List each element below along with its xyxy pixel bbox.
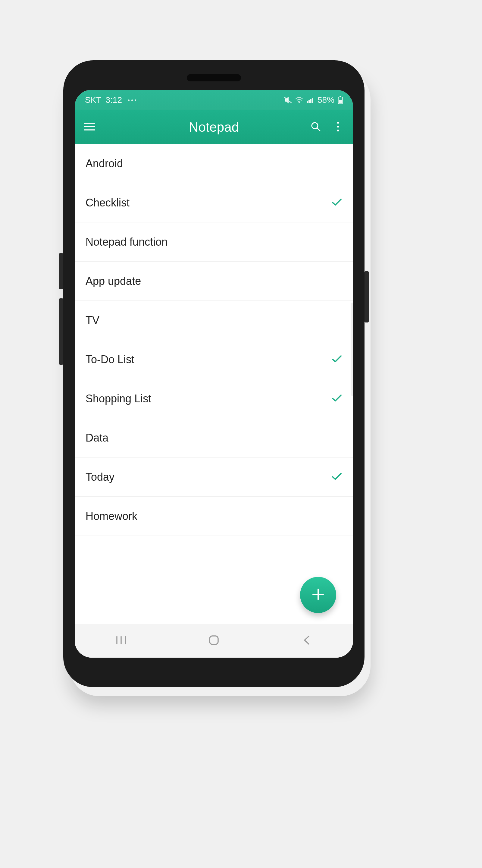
back-button[interactable] (298, 634, 316, 647)
note-title: Today (86, 471, 331, 484)
recents-button[interactable] (112, 634, 130, 647)
status-bar: SKT 3:12 58% (75, 90, 353, 110)
scroll-indicator[interactable] (351, 303, 353, 396)
note-row[interactable]: Android (75, 144, 353, 183)
note-row[interactable]: Data (75, 418, 353, 458)
battery-pct-label: 58% (318, 95, 334, 105)
search-button[interactable] (310, 121, 322, 133)
hamburger-icon (84, 122, 95, 132)
note-list[interactable]: AndroidChecklistNotepad functionApp upda… (75, 144, 353, 624)
svg-rect-21 (210, 636, 218, 644)
note-row[interactable]: App update (75, 261, 353, 301)
overflow-button[interactable] (332, 121, 344, 133)
note-title: Data (86, 432, 342, 444)
svg-point-0 (298, 102, 300, 103)
back-icon (303, 635, 311, 647)
note-row[interactable]: To-Do List (75, 340, 353, 379)
phone-frame: SKT 3:12 58% (63, 60, 364, 687)
speaker-notch (187, 74, 241, 82)
screen: SKT 3:12 58% (75, 90, 353, 658)
note-title: App update (86, 275, 342, 287)
note-row[interactable]: Notepad function (75, 222, 353, 261)
note-row[interactable]: Shopping List (75, 379, 353, 418)
signal-icon (307, 97, 314, 103)
note-row[interactable]: Today (75, 458, 353, 497)
note-title: Checklist (86, 196, 331, 209)
checkmark-icon (331, 353, 342, 366)
svg-line-12 (317, 128, 320, 131)
svg-rect-7 (339, 100, 342, 103)
volume-button-1 (59, 253, 63, 289)
mute-icon (284, 97, 292, 103)
svg-point-14 (337, 126, 339, 127)
note-row[interactable]: TV (75, 301, 353, 340)
svg-rect-4 (312, 98, 313, 103)
battery-icon (338, 96, 343, 104)
system-nav-bar (75, 624, 353, 658)
wifi-icon (295, 97, 303, 103)
power-button (364, 271, 369, 322)
recents-icon (115, 635, 127, 646)
checkmark-icon (331, 471, 342, 484)
checkmark-icon (331, 196, 342, 209)
home-icon (208, 634, 220, 647)
add-note-fab[interactable] (300, 577, 336, 613)
svg-point-13 (337, 122, 339, 124)
app-bar: Notepad (75, 110, 353, 144)
carrier-label: SKT (85, 95, 101, 105)
menu-button[interactable] (84, 121, 96, 133)
svg-rect-2 (309, 100, 310, 103)
note-title: Notepad function (86, 236, 342, 248)
checkmark-icon (331, 393, 342, 405)
more-vert-icon (337, 121, 339, 133)
clock-label: 3:12 (105, 95, 122, 105)
home-button[interactable] (205, 634, 223, 647)
search-icon (311, 121, 321, 133)
svg-rect-3 (310, 99, 312, 103)
note-row[interactable]: Checklist (75, 183, 353, 222)
note-title: TV (86, 314, 342, 327)
note-title: Shopping List (86, 393, 331, 405)
svg-rect-1 (307, 101, 308, 103)
more-notifications-icon (128, 99, 136, 101)
volume-button-2 (59, 299, 63, 365)
note-title: Android (86, 157, 342, 170)
svg-point-15 (337, 130, 339, 131)
note-title: To-Do List (86, 353, 331, 366)
plus-icon (311, 587, 326, 603)
note-row[interactable]: Homework (75, 497, 353, 536)
note-title: Homework (86, 510, 342, 523)
